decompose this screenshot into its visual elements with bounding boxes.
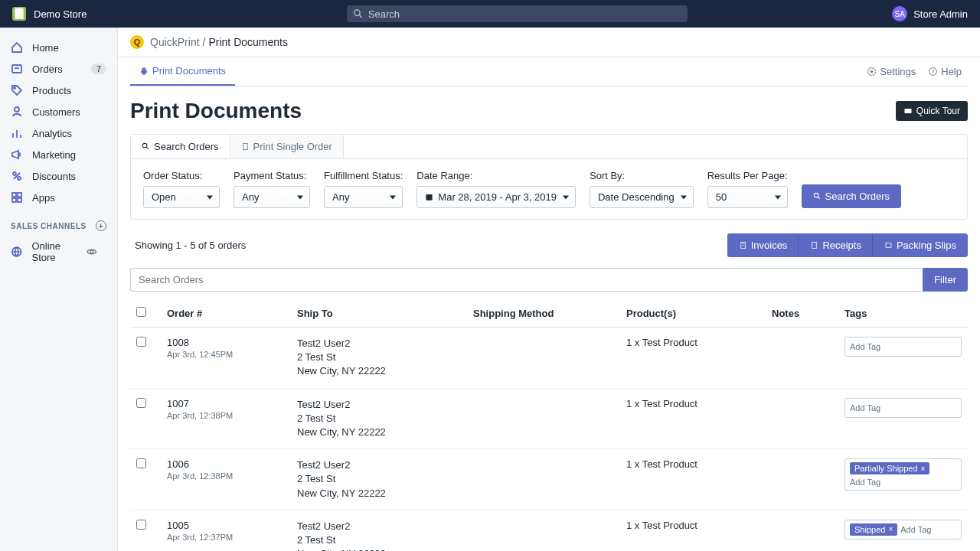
sort-by-select[interactable]: Date Descending xyxy=(590,186,694,208)
invoices-button[interactable]: Invoices xyxy=(727,233,799,257)
tag-chip: Shipped× xyxy=(850,523,897,536)
payment-status-label: Payment Status: xyxy=(234,170,310,181)
fulfillment-status-label: Fulfillment Status: xyxy=(324,170,403,181)
receipts-button[interactable]: Receipts xyxy=(799,233,873,257)
results-per-page-select[interactable]: 50 xyxy=(707,186,788,208)
search-orders-button[interactable]: Search Orders xyxy=(802,184,902,208)
add-tag-label: Add Tag xyxy=(850,403,880,412)
shopify-logo-icon xyxy=(12,7,26,21)
filter-button[interactable]: Filter xyxy=(923,268,968,292)
tab-print-documents[interactable]: Print Documents xyxy=(130,57,235,86)
home-icon xyxy=(11,41,23,54)
search-icon xyxy=(142,142,150,151)
tag-input[interactable]: Add Tag xyxy=(844,398,962,418)
online-store-icon xyxy=(11,246,23,258)
fulfillment-status-select[interactable]: Any xyxy=(324,186,403,208)
table-row: 1005Apr 3rd, 12:37PM Test2 User22 Test S… xyxy=(130,510,968,551)
sidebar-item-analytics[interactable]: Analytics xyxy=(0,122,117,144)
panel-tab-search-orders[interactable]: Search Orders xyxy=(131,135,230,158)
remove-tag-icon[interactable]: × xyxy=(921,465,926,473)
global-search[interactable] xyxy=(347,5,688,22)
customers-icon xyxy=(11,106,23,118)
app-header: Q QuickPrint / Print Documents xyxy=(118,28,980,57)
svg-point-9 xyxy=(18,177,21,180)
order-number[interactable]: 1008 xyxy=(167,337,285,348)
row-checkbox[interactable] xyxy=(136,398,146,408)
svg-point-8 xyxy=(13,172,16,175)
svg-point-24 xyxy=(142,143,147,148)
notes xyxy=(766,388,838,449)
search-icon xyxy=(813,192,822,201)
packing-slip-icon xyxy=(884,241,893,249)
add-channel-icon[interactable]: + xyxy=(96,220,106,231)
payment-status-select[interactable]: Any xyxy=(234,186,310,208)
admin-name[interactable]: Store Admin xyxy=(913,8,968,20)
print-button-group: Invoices Receipts Packing Slips xyxy=(727,233,968,257)
header-notes: Notes xyxy=(766,299,838,328)
sidebar-channel-online-store[interactable]: Online Store xyxy=(0,236,117,268)
ship-to: Test2 User22 Test StNew City, NY 22222 xyxy=(291,388,467,449)
results-count: Showing 1 - 5 of 5 orders xyxy=(135,240,246,251)
ship-to: Test2 User22 Test StNew City, NY 22222 xyxy=(291,449,467,510)
page-title: Print Documents xyxy=(130,99,302,123)
tag-input[interactable]: Shipped×Add Tag xyxy=(844,520,962,540)
remove-tag-icon[interactable]: × xyxy=(888,525,893,533)
products: 1 x Test Product xyxy=(620,328,766,389)
svg-point-3 xyxy=(14,87,15,89)
order-number[interactable]: 1005 xyxy=(167,520,285,531)
svg-rect-12 xyxy=(18,193,21,197)
global-search-input[interactable] xyxy=(368,8,682,20)
sidebar-item-apps[interactable]: Apps xyxy=(0,187,117,208)
svg-rect-35 xyxy=(886,243,891,248)
topbar: Demo Store SA Store Admin xyxy=(0,0,980,28)
date-range-select[interactable]: Mar 28, 2019 - Apr 3, 2019 xyxy=(416,186,576,208)
order-date: Apr 3rd, 12:37PM xyxy=(167,533,285,542)
order-status-select[interactable]: Open xyxy=(143,186,220,208)
help-link[interactable]: ?Help xyxy=(922,58,968,85)
calendar-icon xyxy=(425,193,433,201)
marketing-icon xyxy=(11,148,23,161)
avatar[interactable]: SA xyxy=(892,6,907,21)
apps-icon xyxy=(11,191,23,204)
sidebar-item-marketing[interactable]: Marketing xyxy=(0,144,117,165)
svg-point-20 xyxy=(871,70,873,73)
filter-input[interactable] xyxy=(130,268,923,292)
results-per-page-label: Results Per Page: xyxy=(707,170,788,181)
svg-rect-2 xyxy=(12,65,21,73)
order-date: Apr 3rd, 12:45PM xyxy=(167,350,285,359)
sidebar-item-customers[interactable]: Customers xyxy=(0,101,117,122)
panel-tab-print-single[interactable]: Print Single Order xyxy=(230,135,344,158)
svg-rect-14 xyxy=(18,198,21,202)
tag-input[interactable]: Add Tag xyxy=(844,337,962,357)
view-store-icon[interactable] xyxy=(86,246,98,258)
sidebar-item-home[interactable]: Home xyxy=(0,37,117,58)
sidebar-item-products[interactable]: Products xyxy=(0,80,117,101)
gear-icon xyxy=(867,67,877,77)
invoice-icon xyxy=(739,241,747,249)
settings-link[interactable]: Settings xyxy=(861,58,922,85)
order-number[interactable]: 1007 xyxy=(167,398,285,409)
sidebar-item-discounts[interactable]: Discounts xyxy=(0,165,117,187)
tag-input[interactable]: Partially Shipped×Add Tag xyxy=(844,458,962,491)
packing-slips-button[interactable]: Packing Slips xyxy=(873,233,968,257)
row-checkbox[interactable] xyxy=(136,520,146,530)
svg-line-30 xyxy=(818,197,820,199)
row-checkbox[interactable] xyxy=(136,337,146,347)
svg-rect-23 xyxy=(904,109,911,113)
svg-rect-13 xyxy=(12,198,16,202)
sidebar-item-orders[interactable]: Orders7 xyxy=(0,58,117,80)
svg-point-0 xyxy=(354,10,361,16)
app-name[interactable]: QuickPrint xyxy=(150,36,200,48)
order-date: Apr 3rd, 12:38PM xyxy=(167,411,285,420)
order-number[interactable]: 1006 xyxy=(167,458,285,470)
select-all-checkbox[interactable] xyxy=(136,307,146,317)
order-status-label: Order Status: xyxy=(143,170,220,181)
row-checkbox[interactable] xyxy=(136,458,146,468)
svg-point-29 xyxy=(814,193,818,197)
quick-tour-button[interactable]: Quick Tour xyxy=(896,101,968,121)
svg-point-4 xyxy=(15,107,19,112)
svg-line-10 xyxy=(14,173,20,179)
shipping-method xyxy=(467,510,620,551)
tour-icon xyxy=(903,106,913,116)
quickprint-logo-icon: Q xyxy=(130,35,144,49)
